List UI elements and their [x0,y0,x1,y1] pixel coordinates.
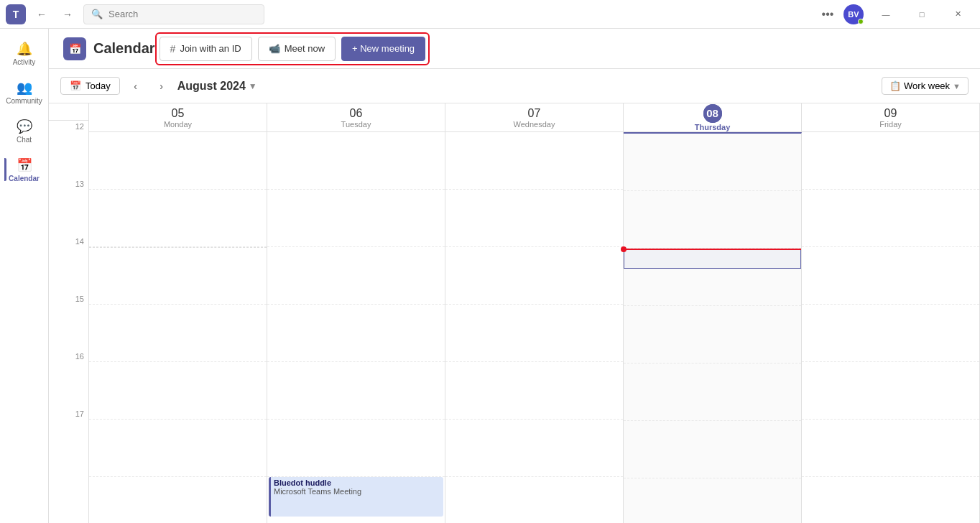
avatar[interactable]: BV [843,4,864,24]
video-icon: 📹 [269,43,280,54]
title-bar: T ← → 🔍 ••• BV — □ ✕ [0,0,980,29]
month-year-label[interactable]: August 2024 ▼ [177,80,257,93]
search-bar: 🔍 [83,4,264,24]
forward-button[interactable]: → [57,4,78,24]
time-selection-box[interactable] [624,249,801,269]
day-column-fri[interactable] [802,132,980,523]
time-row[interactable] [802,362,979,420]
time-row[interactable] [802,190,979,247]
title-bar-right: ••• BV — □ ✕ [818,4,974,24]
sidebar-label-calendar: Calendar [9,175,40,182]
meet-now-button[interactable]: 📹 Meet now [258,37,336,61]
day-name-fri: Friday [879,120,902,129]
time-row[interactable] [445,190,623,247]
action-buttons-group: # Join with an ID 📹 Meet now + New meeti… [155,32,430,65]
more-options-button[interactable]: ••• [818,4,838,24]
time-row[interactable] [802,247,979,305]
day-column-wed[interactable] [445,132,624,523]
calendar-nav: 📅 Today ‹ › August 2024 ▼ 📋 Work week ▼ [49,69,980,103]
time-row[interactable] [624,306,801,364]
day-number-tue: 06 [350,107,363,120]
time-row[interactable] [624,134,801,191]
time-row[interactable] [89,420,267,477]
event-title: Bluedot huddle [274,478,440,487]
time-row[interactable] [89,362,267,420]
day-number-wed: 07 [528,107,541,120]
time-row[interactable] [89,247,267,305]
day-column-mon[interactable] [89,132,267,523]
day-header-wed: 07 Wednesday [445,103,624,131]
sidebar-label-chat: Chat [17,136,32,144]
time-row[interactable] [624,421,801,478]
day-column-thu[interactable] [624,132,802,523]
time-row[interactable] [445,247,623,305]
calendar-box-icon: 📅 [69,43,81,55]
sidebar-item-activity[interactable]: 🔔 Activity [4,34,45,72]
search-icon: 🔍 [91,9,103,19]
sidebar-item-calendar[interactable]: 📅 Calendar [4,151,45,188]
event-subtitle: Microsoft Teams Meeting [274,487,440,496]
time-row[interactable] [624,478,801,523]
time-row[interactable] [89,305,267,362]
time-row[interactable] [267,132,445,190]
active-indicator [4,158,6,181]
time-row[interactable] [445,420,623,477]
view-selector[interactable]: 📋 Work week ▼ [882,77,969,95]
sidebar-item-community[interactable]: 👥 Community [4,73,45,111]
time-slot-14: 14 [49,236,88,293]
time-row[interactable] [267,420,445,477]
time-header [49,103,88,121]
current-time-dot [621,246,627,252]
time-row[interactable] [89,132,267,190]
maximize-button[interactable]: □ [905,4,938,24]
community-icon: 👥 [17,80,32,96]
search-input[interactable] [108,9,256,19]
back-button[interactable]: ← [32,4,52,24]
time-row[interactable] [89,477,267,523]
time-row[interactable] [445,132,623,190]
prev-week-button[interactable]: ‹ [126,76,146,96]
today-icon: 📅 [70,80,81,91]
calendar-container: 12 13 14 15 16 17 05 Monday 06 [49,103,980,523]
window-controls: — □ ✕ [869,4,974,24]
minimize-button[interactable]: — [869,4,902,24]
hash-icon: # [170,43,176,55]
calendar-header: 📅 Calendar # Join with an ID 📹 Meet now … [49,29,980,69]
day-header-tue: 06 Tuesday [267,103,445,131]
main-layout: 🔔 Activity 👥 Community 💬 Chat 📅 Calendar… [0,29,980,523]
view-chevron-icon: ▼ [953,82,961,91]
sidebar-item-chat[interactable]: 💬 Chat [4,112,45,149]
time-slot-16: 16 [49,351,88,408]
today-button[interactable]: 📅 Today [60,77,120,95]
join-with-id-button[interactable]: # Join with an ID [160,37,252,61]
time-slot-17: 17 [49,408,88,466]
time-row[interactable] [267,305,445,362]
day-column-tue[interactable]: Bluedot huddle Microsoft Teams Meeting [267,132,445,523]
time-row[interactable] [89,190,267,247]
close-button[interactable]: ✕ [941,4,974,24]
time-row[interactable] [802,132,979,190]
days-grid[interactable]: Bluedot huddle Microsoft Teams Meeting [89,132,980,523]
time-row[interactable] [445,477,623,523]
time-slot-18 [49,466,88,523]
time-row[interactable] [802,420,979,477]
time-row[interactable] [267,190,445,247]
presence-badge [858,19,864,24]
content-area: 📅 Calendar # Join with an ID 📹 Meet now … [49,29,980,523]
day-header-thu: 08 Thursday [624,103,802,131]
time-row[interactable] [267,247,445,305]
time-row[interactable] [267,362,445,420]
view-icon: 📋 [889,80,901,91]
next-week-button[interactable]: › [152,76,172,96]
new-meeting-button[interactable]: + New meeting [341,37,425,61]
sidebar: 🔔 Activity 👥 Community 💬 Chat 📅 Calendar [0,29,49,523]
time-row[interactable] [802,305,979,362]
time-row[interactable] [624,364,801,421]
calendar-icon-box: 📅 [63,37,86,60]
time-row[interactable] [445,362,623,420]
time-row[interactable] [445,305,623,362]
event-bluedot[interactable]: Bluedot huddle Microsoft Teams Meeting [269,477,443,517]
time-row[interactable] [624,191,801,249]
time-row[interactable] [802,477,979,523]
title-bar-left: T ← → 🔍 [6,4,264,24]
